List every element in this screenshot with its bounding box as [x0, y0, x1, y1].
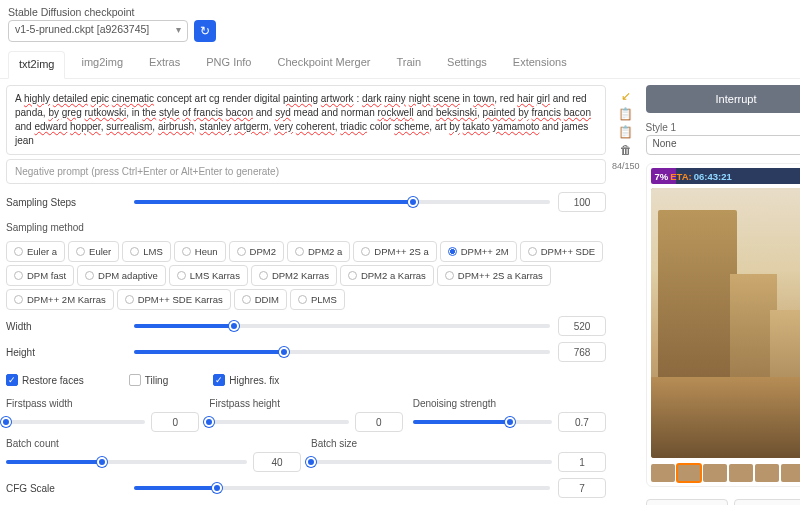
firstpass-width-slider[interactable] — [6, 420, 145, 424]
denoise-slider[interactable] — [413, 420, 552, 424]
firstpass-height-slider[interactable] — [209, 420, 348, 424]
hires-fix-checkbox[interactable]: ✓Highres. fix — [213, 374, 279, 386]
thumbnail[interactable] — [729, 464, 753, 482]
sampler-dpm2[interactable]: DPM2 — [229, 241, 284, 262]
style1-select[interactable]: None — [646, 135, 800, 155]
sampler-dpm-2s-a-karras[interactable]: DPM++ 2S a Karras — [437, 265, 551, 286]
sampler-radio-group: Euler aEulerLMSHeunDPM2DPM2 aDPM++ 2S aD… — [6, 241, 606, 310]
sampling-steps-slider[interactable] — [134, 200, 550, 204]
send-to-img2img-button[interactable]: Send to img2img — [734, 499, 800, 505]
denoise-label: Denoising strength — [413, 398, 606, 409]
height-label: Height — [6, 347, 126, 358]
refresh-checkpoint-button[interactable]: ↻ — [194, 20, 216, 42]
tab-extras[interactable]: Extras — [139, 50, 190, 78]
sampler-dpm-2m-karras[interactable]: DPM++ 2M Karras — [6, 289, 114, 310]
sampler-dpm2-karras[interactable]: DPM2 Karras — [251, 265, 337, 286]
height-value[interactable]: 768 — [558, 342, 606, 362]
progress-bar: 7% ETA: 06:43:21 — [651, 168, 800, 184]
batch-count-label: Batch count — [6, 438, 301, 449]
main-tabs: txt2imgimg2imgExtrasPNG InfoCheckpoint M… — [0, 44, 800, 79]
tab-txt2img[interactable]: txt2img — [8, 51, 65, 79]
clipboard-icon-2[interactable]: 📋 — [618, 125, 633, 139]
sampler-dpm2-a[interactable]: DPM2 a — [287, 241, 350, 262]
sampling-steps-value[interactable]: 100 — [558, 192, 606, 212]
token-counter: 84/150 — [612, 161, 640, 171]
tab-img2img[interactable]: img2img — [71, 50, 133, 78]
height-slider[interactable] — [134, 350, 550, 354]
sampler-lms[interactable]: LMS — [122, 241, 171, 262]
output-image[interactable] — [651, 188, 800, 458]
thumbnail[interactable] — [677, 464, 701, 482]
sampler-dpm2-a-karras[interactable]: DPM2 a Karras — [340, 265, 434, 286]
batch-size-label: Batch size — [311, 438, 606, 449]
interrupt-button[interactable]: Interrupt — [646, 85, 800, 113]
tiling-checkbox[interactable]: Tiling — [129, 374, 169, 386]
sampler-euler[interactable]: Euler — [68, 241, 119, 262]
sampler-ddim[interactable]: DDIM — [234, 289, 287, 310]
thumbnail[interactable] — [703, 464, 727, 482]
cfg-slider[interactable] — [134, 486, 550, 490]
batch-size-value[interactable]: 1 — [558, 452, 606, 472]
thumbnail[interactable] — [755, 464, 779, 482]
batch-size-slider[interactable] — [311, 460, 552, 464]
thumbnail[interactable] — [781, 464, 800, 482]
sampler-dpm-sde[interactable]: DPM++ SDE — [520, 241, 603, 262]
firstpass-height-value[interactable]: 0 — [355, 412, 403, 432]
denoise-value[interactable]: 0.7 — [558, 412, 606, 432]
negative-prompt-input[interactable]: Negative prompt (press Ctrl+Enter or Alt… — [6, 159, 606, 184]
tab-extensions[interactable]: Extensions — [503, 50, 577, 78]
sampler-dpm-adaptive[interactable]: DPM adaptive — [77, 265, 166, 286]
width-value[interactable]: 520 — [558, 316, 606, 336]
gallery-thumbnails — [651, 464, 800, 482]
sampler-heun[interactable]: Heun — [174, 241, 226, 262]
width-slider[interactable] — [134, 324, 550, 328]
tab-train[interactable]: Train — [386, 50, 431, 78]
sampler-euler-a[interactable]: Euler a — [6, 241, 65, 262]
sampler-lms-karras[interactable]: LMS Karras — [169, 265, 248, 286]
firstpass-width-label: Firstpass width — [6, 398, 199, 409]
thumbnail[interactable] — [651, 464, 675, 482]
restore-faces-checkbox[interactable]: ✓Restore faces — [6, 374, 84, 386]
sampler-dpm-2m[interactable]: DPM++ 2M — [440, 241, 517, 262]
trash-icon[interactable]: 🗑 — [620, 143, 632, 157]
sampler-dpm-sde-karras[interactable]: DPM++ SDE Karras — [117, 289, 231, 310]
style1-label: Style 1 — [646, 122, 800, 133]
prompt-input[interactable]: A highly detailed epic cinematic concept… — [6, 85, 606, 155]
sampler-plms[interactable]: PLMS — [290, 289, 345, 310]
cfg-value[interactable]: 7 — [558, 478, 606, 498]
checkpoint-select[interactable]: v1-5-pruned.ckpt [a9263745] — [8, 20, 188, 42]
sampling-method-label: Sampling method — [6, 222, 606, 233]
clipboard-icon[interactable]: 📋 — [618, 107, 633, 121]
batch-count-value[interactable]: 40 — [253, 452, 301, 472]
checkpoint-label: Stable Diffusion checkpoint — [8, 6, 792, 18]
sampler-dpm-2s-a[interactable]: DPM++ 2S a — [353, 241, 436, 262]
sampler-dpm-fast[interactable]: DPM fast — [6, 265, 74, 286]
firstpass-width-value[interactable]: 0 — [151, 412, 199, 432]
tab-checkpoint-merger[interactable]: Checkpoint Merger — [267, 50, 380, 78]
arrow-icon[interactable]: ↙ — [621, 89, 631, 103]
save-button[interactable]: Save — [646, 499, 728, 505]
cfg-label: CFG Scale — [6, 483, 126, 494]
tab-png-info[interactable]: PNG Info — [196, 50, 261, 78]
sampling-steps-label: Sampling Steps — [6, 197, 126, 208]
tab-settings[interactable]: Settings — [437, 50, 497, 78]
batch-count-slider[interactable] — [6, 460, 247, 464]
width-label: Width — [6, 321, 126, 332]
firstpass-height-label: Firstpass height — [209, 398, 402, 409]
